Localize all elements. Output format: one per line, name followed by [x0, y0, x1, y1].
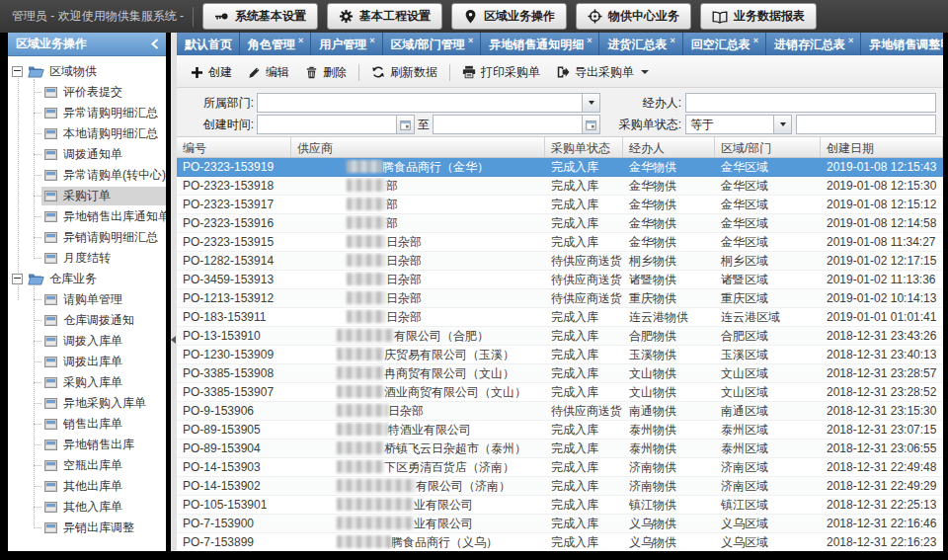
sidebar-item-评价表提交[interactable]: 评价表提交 — [8, 82, 166, 103]
status-op-select[interactable]: 等于 — [685, 115, 792, 134]
sidebar-item-请购单管理[interactable]: 请购单管理 — [8, 289, 166, 310]
sidebar-item-其他入库单[interactable]: 其他入库单 — [8, 497, 166, 518]
tree-leaf-wrap: 其他入库单 — [41, 498, 166, 517]
tab-close-icon[interactable]: × — [753, 37, 758, 45]
toolbar-button-打印采购单[interactable]: 打印采购单 — [454, 61, 548, 84]
dept-filter-input[interactable] — [258, 94, 582, 112]
cell-order-id: PO-89-153904 — [177, 441, 291, 455]
status-op-trigger[interactable] — [773, 116, 791, 133]
sidebar-item-调拨出库单[interactable]: 调拨出库单 — [8, 352, 166, 372]
table-row[interactable]: PO-2323-153915日杂部完成入库金华物供金华区域2019-01-08 … — [177, 233, 943, 252]
date-from-input[interactable] — [258, 116, 396, 133]
table-row[interactable]: PO-3385-153908冉商贸有限公司（文山）完成入库文山物供文山区域201… — [177, 364, 943, 383]
date-to-input[interactable] — [434, 116, 582, 133]
tab-close-icon[interactable]: × — [298, 37, 303, 45]
sidebar-item-月度结转[interactable]: 月度结转 — [8, 248, 166, 269]
table-row[interactable]: PO-89-153904桥镇飞云日杂超市（泰州）完成入库泰州物供泰州区域2018… — [177, 440, 943, 458]
sidebar-item-采购入库单[interactable]: 采购入库单 — [8, 372, 166, 393]
sidebar-item-调拨通知单[interactable]: 调拨通知单 — [8, 144, 166, 165]
sidebar-item-异常请购明细汇总[interactable]: 异常请购明细汇总 — [8, 103, 166, 123]
sidebar-item-本地请购明细汇总[interactable]: 本地请购明细汇总 — [8, 123, 166, 144]
tree-connector — [34, 175, 41, 176]
tab-异地销售调整明细[interactable]: 异地销售调整明细× — [861, 33, 943, 55]
table-row[interactable]: PO-13-153910有限公司（合肥）完成入库合肥物供合肥区域2018-12-… — [177, 327, 943, 346]
cell-created: 2018-12-31 23:15:30 — [821, 404, 943, 418]
table-row[interactable]: PO-1213-153912日杂部待供应商送货重庆物供重庆区域2019-01-0… — [177, 289, 943, 308]
toolbar-button-导出采购单[interactable]: 导出采购单 — [548, 61, 657, 84]
date-to-picker-trigger[interactable] — [582, 116, 599, 133]
column-header-区域/部门[interactable]: 区域/部门 — [715, 137, 821, 157]
topbar-menu-区域业务操作[interactable]: 区域业务操作 — [451, 3, 567, 30]
tab-label: 进货汇总表 — [607, 37, 667, 53]
sidebar-collapse-button[interactable] — [150, 39, 159, 49]
tab-默认首页[interactable]: 默认首页 — [177, 33, 240, 55]
tab-区域/部门管理[interactable]: 区域/部门管理× — [383, 33, 482, 55]
topbar-menu-业务数据报表[interactable]: 业务数据报表 — [700, 3, 817, 30]
dept-combo-trigger[interactable] — [582, 94, 599, 112]
tree-expander-icon[interactable] — [12, 66, 23, 77]
table-row[interactable]: PO-1230-153909庆贸易有限公司（玉溪）完成入库玉溪物供玉溪区域201… — [177, 346, 943, 364]
tab-close-icon[interactable]: × — [587, 37, 592, 45]
table-row[interactable]: PO-14-153902有限公司（济南）完成入库济南物供济南区域2018-12-… — [177, 477, 943, 496]
sidebar-item-异销出库调整[interactable]: 异销出库调整 — [8, 518, 166, 538]
toolbar-button-创建[interactable]: 创建 — [183, 61, 240, 84]
tab-close-icon[interactable]: × — [670, 37, 674, 45]
operator-filter-input[interactable] — [686, 94, 935, 112]
sidebar-item-仓库调拨通知[interactable]: 仓库调拨通知 — [8, 310, 166, 331]
table-row[interactable]: PO-14-153903下区勇清百货店（济南）完成入库济南物供济南区域2018-… — [177, 458, 943, 477]
sidebar-item-采购订单[interactable]: 采购订单 — [8, 186, 166, 206]
column-header-采购单状态[interactable]: 采购单状态 — [545, 137, 623, 157]
status-filter-input[interactable] — [797, 116, 935, 133]
tab-close-icon[interactable]: × — [369, 37, 374, 45]
topbar-menu-系统基本设置[interactable]: 系统基本设置 — [202, 3, 318, 30]
tree-connector — [34, 527, 41, 528]
sidebar-item-其他出库单[interactable]: 其他出库单 — [8, 476, 166, 497]
table-row[interactable]: PO-89-153905特酒业有限公司完成入库泰州物供泰州区域2018-12-3… — [177, 421, 943, 440]
table-row[interactable]: PO-2323-153918部完成入库金华物供金华区域2019-01-08 12… — [177, 177, 943, 196]
column-header-经办人[interactable]: 经办人 — [623, 137, 715, 157]
tab-进销存汇总表[interactable]: 进销存汇总表× — [766, 33, 861, 55]
tab-用户管理[interactable]: 用户管理× — [311, 33, 382, 55]
table-row[interactable]: PO-2323-153917部完成入库金华物供金华区域2019-01-08 12… — [177, 196, 943, 214]
sidebar-item-异地销售出库[interactable]: 异地销售出库 — [8, 435, 166, 455]
sidebar-item-异地采购入库单[interactable]: 异地采购入库单 — [8, 393, 166, 414]
cell-supplier: 部 — [291, 178, 545, 195]
tab-回空汇总表[interactable]: 回空汇总表× — [683, 33, 766, 55]
tab-异地销售通知明细[interactable]: 异地销售通知明细× — [481, 33, 599, 55]
table-row[interactable]: PO-2323-153916部完成入库金华物供金华区域2019-01-08 12… — [177, 214, 943, 233]
sidebar-item-异销请购明细汇总[interactable]: 异销请购明细汇总 — [8, 227, 166, 248]
column-header-编号[interactable]: 编号 — [177, 137, 291, 157]
column-header-创建日期[interactable]: 创建日期 — [821, 137, 943, 157]
date-from-picker-trigger[interactable] — [396, 116, 414, 133]
topbar-menu-物供中心业务[interactable]: 物供中心业务 — [576, 3, 691, 30]
toolbar-button-删除[interactable]: 删除 — [297, 61, 355, 84]
sidebar-item-调拨入库单[interactable]: 调拨入库单 — [8, 331, 166, 352]
sidebar-folder-仓库业务[interactable]: 仓库业务 — [8, 269, 166, 289]
tab-close-icon[interactable]: × — [468, 37, 473, 45]
table-row[interactable]: PO-9-153906日杂部待供应商送货南通物供南通区域2018-12-31 2… — [177, 402, 943, 421]
table-row[interactable]: PO-7-153900业有限公司完成入库义乌物供义乌区域2018-12-31 2… — [177, 515, 943, 533]
table-row[interactable]: PO-2323-153919腾食品商行（金华）完成入库金华物供金华区域2019-… — [177, 158, 943, 177]
topbar-menu-基本工程设置[interactable]: 基本工程设置 — [327, 3, 442, 30]
table-row[interactable]: PO-3385-153907酒业商贸有限公司（文山）完成入库文山物供文山区域20… — [177, 383, 943, 402]
tab-close-icon[interactable]: × — [848, 37, 853, 45]
column-header-供应商[interactable]: 供应商 — [291, 137, 545, 157]
sidebar-item-异常请购单(转中心)[interactable]: 异常请购单(转中心) — [8, 165, 166, 186]
tree-expander-icon[interactable] — [12, 274, 23, 284]
topbar-menu-label: 系统基本设置 — [235, 8, 306, 25]
tab-角色管理[interactable]: 角色管理× — [240, 33, 311, 55]
sidebar-folder-区域物供[interactable]: 区域物供 — [8, 61, 166, 82]
table-row[interactable]: PO-183-153911日杂部完成入库连云港物供连云港区域2019-01-01… — [177, 308, 943, 327]
table-row[interactable]: PO-7-153899腾食品商行（义乌）完成入库义乌物供义乌区域2018-12-… — [177, 533, 943, 551]
splitter-collapse-icon[interactable] — [171, 336, 176, 344]
tab-进货汇总表[interactable]: 进货汇总表× — [599, 33, 682, 55]
topbar-menu-label: 物供中心业务 — [608, 8, 679, 25]
table-row[interactable]: PO-105-153901业有限公司完成入库镇江物供镇江区域2018-12-31… — [177, 496, 943, 515]
toolbar-button-编辑[interactable]: 编辑 — [240, 61, 297, 84]
sidebar-item-销售出库单[interactable]: 销售出库单 — [8, 414, 166, 435]
toolbar-button-刷新数据[interactable]: 刷新数据 — [363, 61, 445, 84]
sidebar-item-异地销售出库通知单[interactable]: 异地销售出库通知单 — [8, 206, 166, 227]
sidebar-item-空瓶出库单[interactable]: 空瓶出库单 — [8, 455, 166, 476]
table-row[interactable]: PO-3459-153913日杂部待供应商送货诸暨物供诸暨区域2019-01-0… — [177, 271, 943, 289]
table-row[interactable]: PO-1282-153914日杂部待供应商送货桐乡物供桐乡区域2019-01-0… — [177, 252, 943, 271]
